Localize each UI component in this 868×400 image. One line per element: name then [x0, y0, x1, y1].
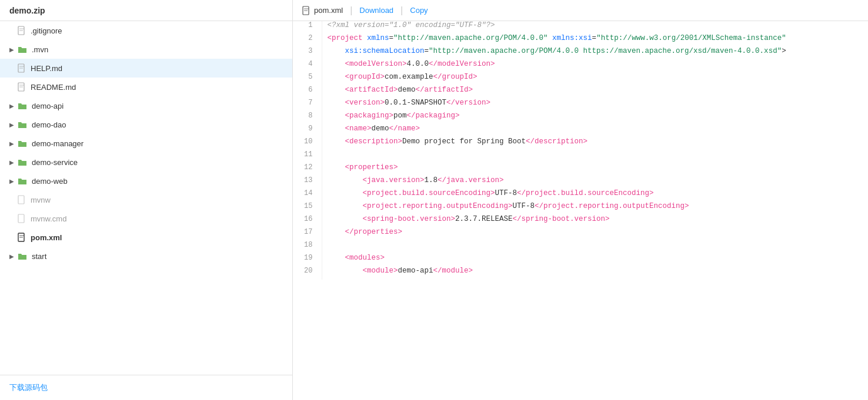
sidebar-item-demo-api[interactable]: ▶ demo-api [0, 96, 292, 115]
table-row: 12 <properties> [293, 163, 868, 176]
sidebar-label-gitignore: .gitignore [31, 26, 62, 35]
sidebar-item-demo-service[interactable]: ▶ demo-service [0, 153, 292, 172]
pom-file-icon [302, 6, 311, 15]
line-number: 9 [293, 125, 322, 137]
file-name-display: pom.xml [302, 6, 343, 15]
line-number: 16 [293, 215, 322, 228]
line-code: <spring-boot.version>2.3.7.RELEASE</spri… [322, 215, 868, 228]
table-row: 20 <module>demo-api</module> [293, 267, 868, 280]
sidebar-item-start[interactable]: ▶ start [0, 247, 292, 265]
file-icon-help [18, 63, 26, 73]
sidebar-label-readme: README.md [31, 83, 76, 92]
sidebar-list: .gitignore ▶ .mvn HELP.md [0, 21, 292, 375]
table-row: 13 <java.version>1.8</java.version> [293, 176, 868, 189]
file-icon-readme [18, 82, 26, 92]
svg-rect-9 [18, 196, 24, 204]
line-code: <project xmlns="http://maven.apache.org/… [322, 34, 868, 47]
folder-icon-demo-dao [18, 120, 27, 129]
line-number: 2 [293, 34, 322, 47]
table-row: 8 <packaging>pom</packaging> [293, 112, 868, 125]
line-code: <properties> [322, 163, 868, 176]
table-row: 6 <artifactId>demo</artifactId> [293, 86, 868, 99]
table-row: 2 <project xmlns="http://maven.apache.or… [293, 34, 868, 47]
sidebar-item-readme[interactable]: README.md [0, 78, 292, 96]
file-icon-mvnw-cmd [18, 214, 26, 223]
sidebar: demo.zip .gitignore ▶ .mvn [0, 0, 293, 400]
pom-filename: pom.xml [314, 6, 343, 15]
table-row: 19 <modules> [293, 254, 868, 267]
header-separator-1: | [350, 5, 352, 16]
sidebar-label-mvnw-cmd: mvnw.cmd [31, 214, 66, 223]
line-number: 19 [293, 254, 322, 267]
line-code: <modules> [322, 254, 868, 267]
arrow-demo-api: ▶ [9, 103, 15, 109]
line-number: 18 [293, 241, 322, 254]
line-number: 15 [293, 202, 322, 215]
file-icon-mvnw [18, 195, 26, 204]
line-number: 6 [293, 86, 322, 99]
line-code: <packaging>pom</packaging> [322, 112, 868, 125]
line-number: 11 [293, 150, 322, 163]
line-code: <name>demo</name> [322, 125, 868, 137]
line-number: 7 [293, 99, 322, 112]
folder-icon-demo-web [18, 177, 27, 185]
sidebar-item-help-md[interactable]: HELP.md [0, 59, 292, 78]
table-row: 10 <description>Demo project for Spring … [293, 137, 868, 150]
line-number: 5 [293, 73, 322, 86]
line-number: 17 [293, 228, 322, 241]
line-code: <version>0.0.1-SNAPSHOT</version> [322, 99, 868, 112]
line-code: <project.reporting.outputEncoding>UTF-8<… [322, 202, 868, 215]
table-row: 1 <?xml version="1.0" encoding="UTF-8"?> [293, 21, 868, 34]
sidebar-item-pom-xml[interactable]: pom.xml [0, 228, 292, 247]
arrow-demo-service: ▶ [9, 159, 15, 166]
table-row: 4 <modelVersion>4.0.0</modelVersion> [293, 60, 868, 73]
sidebar-item-mvnw[interactable]: mvnw [0, 190, 292, 209]
svg-rect-10 [18, 214, 24, 223]
folder-icon-demo-service [18, 158, 27, 166]
arrow-demo-manager: ▶ [9, 140, 15, 147]
sidebar-footer: 下载源码包 [0, 375, 292, 400]
sidebar-item-gitignore[interactable]: .gitignore [0, 21, 292, 40]
sidebar-title: demo.zip [0, 0, 292, 21]
line-code: <module>demo-api</module> [322, 267, 868, 280]
table-row: 14 <project.build.sourceEncoding>UTF-8</… [293, 189, 868, 202]
download-link[interactable]: Download [359, 6, 393, 15]
arrow-demo-dao: ▶ [9, 122, 15, 128]
line-code: <modelVersion>4.0.0</modelVersion> [322, 60, 868, 73]
line-number: 4 [293, 60, 322, 73]
folder-icon-start [18, 252, 27, 260]
table-row: 7 <version>0.0.1-SNAPSHOT</version> [293, 99, 868, 112]
content-area: pom.xml | Download | Copy 1 <?xml versio… [293, 0, 868, 400]
arrow-start: ▶ [9, 253, 15, 260]
copy-link[interactable]: Copy [410, 6, 428, 15]
table-row: 18 [293, 241, 868, 254]
line-code: <java.version>1.8</java.version> [322, 176, 868, 189]
sidebar-label-demo-web: demo-web [32, 177, 68, 186]
table-row: 11 [293, 150, 868, 163]
code-area[interactable]: 1 <?xml version="1.0" encoding="UTF-8"?>… [293, 21, 868, 400]
sidebar-item-mvn[interactable]: ▶ .mvn [0, 40, 292, 59]
sidebar-label-demo-api: demo-api [32, 102, 64, 110]
line-number: 14 [293, 189, 322, 202]
download-source-link[interactable]: 下载源码包 [9, 383, 48, 392]
sidebar-label-mvn: .mvn [32, 45, 48, 54]
sidebar-label-demo-dao: demo-dao [32, 120, 66, 129]
line-number: 3 [293, 47, 322, 60]
file-icon [18, 26, 26, 35]
table-row: 16 <spring-boot.version>2.3.7.RELEASE</s… [293, 215, 868, 228]
code-table: 1 <?xml version="1.0" encoding="UTF-8"?>… [293, 21, 868, 280]
line-code: <groupId>com.example</groupId> [322, 73, 868, 86]
line-number: 20 [293, 267, 322, 280]
sidebar-item-mvnw-cmd[interactable]: mvnw.cmd [0, 209, 292, 228]
line-number: 12 [293, 163, 322, 176]
sidebar-item-demo-dao[interactable]: ▶ demo-dao [0, 115, 292, 134]
line-code [322, 150, 868, 163]
folder-icon-mvn [18, 45, 27, 53]
header-separator-2: | [400, 5, 403, 16]
folder-icon-demo-api [18, 102, 27, 110]
table-row: 15 <project.reporting.outputEncoding>UTF… [293, 202, 868, 215]
sidebar-label-start: start [32, 252, 46, 261]
folder-icon-demo-manager [18, 139, 27, 147]
sidebar-item-demo-web[interactable]: ▶ demo-web [0, 172, 292, 190]
sidebar-item-demo-manager[interactable]: ▶ demo-manager [0, 134, 292, 153]
